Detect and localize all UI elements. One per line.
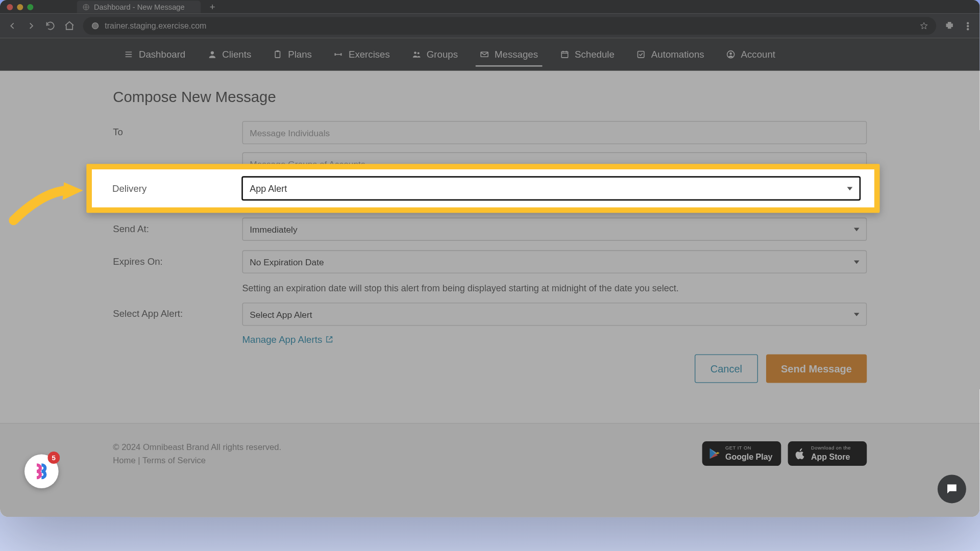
chat-icon (945, 482, 959, 496)
callout-delivery-select[interactable]: App Alert (241, 176, 861, 201)
support-logo-icon (32, 462, 51, 481)
svg-marker-18 (63, 182, 83, 200)
select-value: App Alert (250, 183, 287, 193)
support-widget-button[interactable]: 5 (24, 454, 59, 488)
overlay-scrim (0, 0, 980, 517)
callout-delivery-label: Delivery (112, 183, 241, 194)
chevron-down-icon (847, 187, 853, 190)
callout-arrow-icon (0, 167, 86, 216)
highlight-callout: Delivery App Alert (86, 164, 879, 213)
intercom-chat-button[interactable] (938, 474, 966, 503)
notification-badge: 5 (47, 452, 60, 464)
browser-window: Dashboard - New Message + trainer.stagin… (0, 0, 980, 517)
